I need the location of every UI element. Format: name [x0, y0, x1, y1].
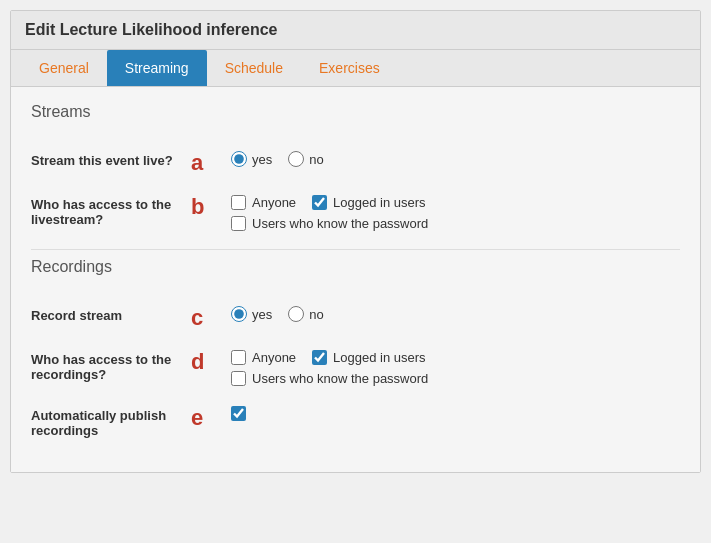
stream-live-controls: yes no — [231, 151, 324, 167]
tab-schedule[interactable]: Schedule — [207, 50, 301, 86]
recordings-anyone[interactable]: Anyone — [231, 350, 296, 365]
stream-live-badge: a — [191, 151, 221, 175]
page-title: Edit Lecture Likelihood inference — [25, 21, 686, 39]
auto-publish-badge: e — [191, 406, 221, 430]
tab-streaming[interactable]: Streaming — [107, 50, 207, 86]
tab-bar: General Streaming Schedule Exercises — [11, 50, 700, 87]
record-stream-yes[interactable]: yes — [231, 306, 272, 322]
content-area: Streams Stream this event live? a yes no — [11, 87, 700, 472]
livestream-password[interactable]: Users who know the password — [231, 216, 428, 231]
auto-publish-controls — [231, 406, 246, 421]
recordings-title: Recordings — [31, 258, 680, 280]
livestream-access-row1: Anyone Logged in users — [231, 195, 428, 210]
record-stream-label: Record stream — [31, 306, 191, 323]
recordings-access-label: Who has access to the recordings? — [31, 350, 191, 382]
recordings-access-row1: Anyone Logged in users — [231, 350, 428, 365]
recordings-access-badge: d — [191, 350, 221, 374]
main-container: Edit Lecture Likelihood inference Genera… — [10, 10, 701, 473]
record-stream-badge: c — [191, 306, 221, 330]
section-divider — [31, 249, 680, 250]
livestream-access-row: Who has access to the livestream? b Anyo… — [31, 185, 680, 241]
livestream-access-label: Who has access to the livestream? — [31, 195, 191, 227]
livestream-logged-in[interactable]: Logged in users — [312, 195, 426, 210]
streams-title: Streams — [31, 103, 680, 125]
auto-publish-row: Automatically publish recordings e — [31, 396, 680, 448]
tab-exercises[interactable]: Exercises — [301, 50, 398, 86]
record-stream-controls: yes no — [231, 306, 324, 322]
stream-live-no[interactable]: no — [288, 151, 323, 167]
livestream-access-controls: Anyone Logged in users Users who know th… — [231, 195, 428, 231]
recordings-password[interactable]: Users who know the password — [231, 371, 428, 386]
stream-live-yes[interactable]: yes — [231, 151, 272, 167]
stream-live-radio-group: yes no — [231, 151, 324, 167]
recordings-section: Recordings Record stream c yes no — [31, 258, 680, 448]
auto-publish-label: Automatically publish recordings — [31, 406, 191, 438]
stream-live-label: Stream this event live? — [31, 151, 191, 168]
record-stream-no[interactable]: no — [288, 306, 323, 322]
livestream-access-badge: b — [191, 195, 221, 219]
stream-live-row: Stream this event live? a yes no — [31, 141, 680, 185]
recordings-access-row: Who has access to the recordings? d Anyo… — [31, 340, 680, 396]
record-stream-row: Record stream c yes no — [31, 296, 680, 340]
livestream-anyone[interactable]: Anyone — [231, 195, 296, 210]
recordings-access-controls: Anyone Logged in users Users who know th… — [231, 350, 428, 386]
record-stream-radio-group: yes no — [231, 306, 324, 322]
recordings-logged-in[interactable]: Logged in users — [312, 350, 426, 365]
auto-publish-checkbox[interactable] — [231, 406, 246, 421]
streams-section: Streams Stream this event live? a yes no — [31, 103, 680, 241]
tab-general[interactable]: General — [21, 50, 107, 86]
page-header: Edit Lecture Likelihood inference — [11, 11, 700, 50]
